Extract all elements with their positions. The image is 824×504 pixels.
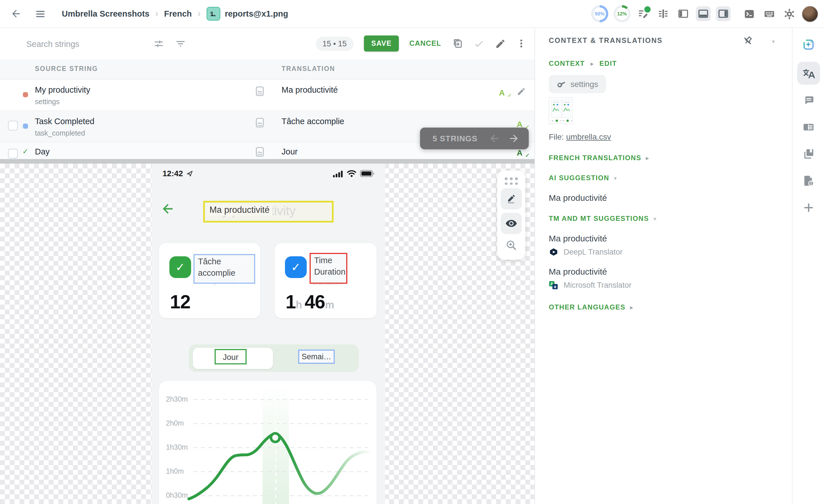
settings-gear-icon[interactable] (782, 6, 797, 21)
progress-ring-blue[interactable]: 50% (591, 5, 608, 22)
display-settings-icon[interactable] (153, 38, 164, 49)
highlight-label-box-blue[interactable]: Tâche accomplie (193, 254, 255, 284)
approve-check-icon[interactable] (473, 38, 485, 49)
tab-edit[interactable]: EDIT (599, 60, 617, 68)
minutes-unit: m (325, 299, 334, 311)
hours-unit: h (296, 299, 302, 311)
ai-assistant-icon[interactable] (797, 33, 820, 56)
table-view-icon[interactable] (656, 6, 671, 21)
preview-eye-button[interactable] (501, 213, 522, 234)
table-row[interactable]: My productivity settings Ma productivité… (0, 80, 534, 111)
tasks-count: 12 (170, 291, 190, 313)
add-panel-icon[interactable] (797, 196, 820, 219)
source-string[interactable]: Task Completed (35, 117, 94, 126)
location-arrow-icon (186, 170, 193, 177)
section-tm-mt-suggestions[interactable]: TM AND MT SUGGESTIONS (549, 214, 649, 222)
tm-provider: Microsoft Translator (563, 281, 631, 290)
minutes-value: 46 (305, 291, 325, 312)
edit-pencil-icon[interactable] (495, 38, 506, 49)
key-tag[interactable]: settings (549, 75, 606, 93)
highlight-toggle-left-green[interactable]: Jour (215, 349, 246, 365)
phone-screenshot[interactable]: 12:42 My productivity Ma productivité (151, 164, 385, 504)
drag-handle-icon[interactable] (505, 177, 518, 185)
panel-bottom-layout-icon[interactable] (696, 6, 711, 21)
back-arrow-icon[interactable] (8, 6, 24, 22)
section-other-languages[interactable]: OTHER LANGUAGES (549, 303, 625, 311)
ai-suggestion-text[interactable]: Ma productivité (549, 193, 778, 203)
duplicate-icon[interactable] (451, 38, 463, 49)
highlight-title-box[interactable]: My productivity Ma productivité (203, 201, 334, 222)
tm-suggestion-text[interactable]: Ma productivité (549, 267, 778, 276)
horizontal-scrollbar[interactable] (0, 159, 534, 164)
battery-icon (360, 170, 375, 177)
source-string[interactable]: My productivity (35, 85, 90, 94)
breadcrumb-file[interactable]: reports@x1.png (225, 9, 288, 18)
string-details-icon[interactable] (797, 116, 820, 138)
search-input[interactable]: Search strings (26, 39, 79, 48)
section-ai-suggestion[interactable]: AI SUGGESTION (549, 174, 609, 182)
zoom-in-icon[interactable] (505, 239, 518, 252)
highlight-toggle-right-blue[interactable]: Semai… (298, 349, 335, 364)
highlight-label-box-red[interactable]: Time Duration (310, 253, 347, 284)
panel-left-layout-icon[interactable] (676, 6, 691, 21)
annotate-pencil-button[interactable] (501, 188, 522, 209)
cancel-button[interactable]: CANCEL (409, 39, 441, 47)
user-avatar[interactable] (802, 5, 818, 22)
progress-ring-green-value: 12% (613, 5, 631, 22)
tab-context[interactable]: CONTEXT (549, 60, 585, 68)
string-key[interactable]: settings (35, 98, 60, 106)
file-link[interactable]: umbrella.csv (566, 132, 611, 141)
keyboard-icon[interactable] (761, 6, 777, 21)
pager-prev-icon[interactable] (489, 133, 500, 144)
screenshot-canvas[interactable]: 12:42 My productivity Ma productivité (0, 164, 534, 504)
screenshot-link-icon[interactable] (256, 147, 264, 157)
string-key[interactable]: task_completed (35, 129, 85, 137)
microsoft-translator-logo-icon: Aa (549, 280, 558, 290)
status-badge-unverified (23, 123, 28, 129)
filter-icon[interactable] (175, 38, 186, 49)
breadcrumb-language[interactable]: French (164, 9, 192, 18)
screenshot-link-icon[interactable] (256, 118, 264, 127)
row-checkbox[interactable] (8, 121, 18, 130)
save-button[interactable]: SAVE (364, 35, 399, 52)
menu-icon[interactable] (32, 6, 48, 22)
glossary-icon[interactable] (797, 142, 820, 165)
topbar-actions: 50% 12% (591, 5, 824, 22)
progress-ring-green[interactable]: 12% (613, 5, 631, 22)
period-toggle[interactable]: Day Jour Week Semai… (189, 344, 359, 372)
unpin-icon[interactable] (742, 35, 753, 46)
green-check-icon: ✓ (169, 256, 191, 278)
chevron-down-icon: ▾ (653, 215, 656, 222)
screenshot-thumbnail[interactable] (549, 97, 573, 124)
viewer-toolbar (497, 171, 525, 260)
file-info-icon[interactable] (797, 169, 820, 192)
strings-counter: 15 • 15 (316, 36, 353, 51)
breadcrumb-project[interactable]: Umbrella Screenshots (62, 9, 149, 18)
key-icon (557, 80, 566, 89)
row-checkbox[interactable] (8, 149, 18, 159)
pager-next-icon[interactable] (508, 133, 520, 144)
svg-text:a: a (554, 284, 556, 289)
translation-string[interactable]: Tâche accomplie (282, 117, 344, 126)
chevron-right-icon: ▸ (591, 60, 594, 67)
breadcrumb-chevron-icon: › (155, 8, 158, 19)
deepl-logo-icon (549, 247, 558, 257)
chevron-down-icon: ▾ (614, 175, 617, 181)
panel-collapse-caret-icon[interactable]: ▾ (772, 38, 775, 44)
comments-icon[interactable] (797, 89, 820, 112)
terminal-icon[interactable] (742, 6, 756, 21)
screenshot-link-icon[interactable] (256, 86, 264, 96)
edit-translation-icon[interactable] (517, 87, 526, 96)
translated-title-overlay: Ma productivité (207, 204, 272, 216)
section-french-translations[interactable]: FRENCH TRANSLATIONS (549, 154, 641, 162)
draft-edit-icon[interactable] (636, 6, 651, 21)
translate-panel-icon[interactable] (797, 62, 820, 85)
panel-right-layout-icon[interactable] (716, 6, 731, 21)
tm-suggestion-text[interactable]: Ma productivité (549, 233, 778, 243)
spellcheck-ok-icon[interactable]: A✓ (499, 88, 508, 97)
more-options-icon[interactable] (516, 38, 526, 48)
translation-string[interactable]: Ma productivité (282, 85, 338, 94)
translation-string[interactable]: Jour (282, 147, 298, 156)
spellcheck-ok-icon[interactable]: A✓ (517, 119, 526, 128)
source-string[interactable]: Day (35, 147, 50, 156)
